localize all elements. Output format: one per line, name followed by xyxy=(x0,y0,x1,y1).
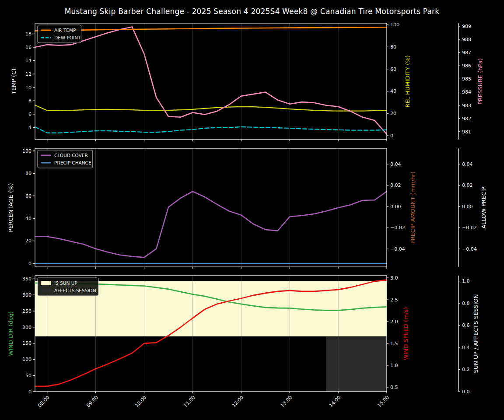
y-tick-label: 10 xyxy=(25,85,32,91)
y-tick-label: 0 xyxy=(28,389,32,395)
legend-label: AIR TEMP xyxy=(54,28,76,33)
y-tick-label: 986 xyxy=(462,63,471,69)
band-affects-session xyxy=(326,336,387,392)
legend-label: IS SUN UP xyxy=(54,280,77,286)
y-tick-label: 4 xyxy=(28,125,32,130)
panel-temperature-humidity-pressure: 4681012141618TEMP (C)020406080100REL HUM… xyxy=(10,22,483,141)
panel-wind-sun: 08:0009:0010:0011:0012:0013:0014:0015:00… xyxy=(7,275,479,409)
legend-swatch xyxy=(41,288,51,293)
y-tick-label: 18 xyxy=(25,31,32,37)
x-tick-label: 12:00 xyxy=(231,395,245,409)
legend-label: PRECIP CHANCE xyxy=(54,160,91,165)
y-tick-label: 6 xyxy=(28,112,32,117)
x-tick-label: 08:00 xyxy=(37,395,51,409)
series-air-temp xyxy=(35,27,387,31)
y-tick-label: 988 xyxy=(462,37,471,42)
y-tick-label: 100 xyxy=(390,22,399,28)
legend: AIR TEMPDEW POINT xyxy=(38,25,81,43)
legend-label: CLOUD COVER xyxy=(54,153,88,158)
x-tick-label: 13:00 xyxy=(280,395,294,409)
y-tick-label: 150 xyxy=(22,340,32,346)
y-tick-label: 1.5 xyxy=(390,341,398,346)
y-tick-label: −0.02 xyxy=(390,225,405,231)
y-tick-label: 982 xyxy=(462,116,471,122)
y-tick-label: 16 xyxy=(25,45,32,50)
y-tick-label: 80 xyxy=(25,171,32,176)
y-tick-label: 50 xyxy=(25,373,32,378)
y-tick-label: 0.04 xyxy=(390,161,401,167)
y-tick-label: 100 xyxy=(22,357,32,362)
y-tick-label: 3.0 xyxy=(390,275,398,281)
y-tick-label: 0 xyxy=(28,261,32,266)
x-tick-label: 14:00 xyxy=(328,395,342,409)
y-tick-label: −0.02 xyxy=(462,225,477,231)
y-tick-label: 250 xyxy=(22,308,32,314)
y-tick-label: 985 xyxy=(462,76,471,82)
y-axis-label-far-right: SUN UP / AFFECTS SESSION xyxy=(472,294,479,373)
legend: IS SUN UPAFFECTS SESSION xyxy=(38,278,98,296)
series-pressure xyxy=(35,27,387,134)
y-tick-label: 0.0 xyxy=(462,389,470,395)
x-tick-label: 10:00 xyxy=(134,395,148,409)
y-axis-label-far-right: PRESSURE (hPa) xyxy=(477,58,483,105)
y-tick-label: 0.00 xyxy=(390,204,401,210)
y-axis-label-left: WIND DIR (deg) xyxy=(7,311,14,356)
y-tick-label: 0.04 xyxy=(462,161,473,167)
y-tick-label: 40 xyxy=(25,216,32,221)
y-tick-label: 0.8 xyxy=(462,301,470,306)
y-axis-label-right: REL HUMIDITY (%) xyxy=(404,55,411,107)
legend-swatch xyxy=(41,281,51,285)
x-tick-label: 15:00 xyxy=(377,395,391,409)
y-tick-label: 984 xyxy=(462,89,471,95)
y-axis-label-left: TEMP (C) xyxy=(10,69,17,95)
y-tick-label: 987 xyxy=(462,50,471,56)
legend-label: AFFECTS SESSION xyxy=(54,288,96,293)
weather-forecast-window: Mustang Skip Barber Challenge - 2025 Sea… xyxy=(0,0,504,420)
y-tick-label: 1.0 xyxy=(462,278,470,284)
y-tick-label: 20 xyxy=(25,238,32,244)
panel-cloud-precипitation: 020406080100PERCENTAGE (%)0.040.020.00−0… xyxy=(7,148,487,269)
y-tick-label: 1.0 xyxy=(390,363,398,368)
legend: CLOUD COVERPRECIP CHANCE xyxy=(38,150,93,168)
y-tick-label: 100 xyxy=(22,148,32,154)
y-tick-label: 989 xyxy=(462,24,471,29)
y-tick-label: 0.2 xyxy=(462,367,470,372)
y-tick-label: 60 xyxy=(390,66,396,72)
y-tick-label: 2.0 xyxy=(390,319,398,325)
y-axis-label-right: WIND SPEED (m/s) xyxy=(402,307,409,360)
y-tick-label: 0 xyxy=(390,133,393,139)
y-axis-label-right: PRECIP AMOUNT (mm/hr) xyxy=(410,172,416,244)
y-tick-label: −0.04 xyxy=(390,246,405,252)
y-tick-label: 981 xyxy=(462,129,471,135)
y-tick-label: 80 xyxy=(390,44,396,50)
y-tick-label: 0.02 xyxy=(390,182,401,188)
y-tick-label: 0.4 xyxy=(462,345,470,350)
y-tick-label: −0.04 xyxy=(462,246,477,252)
legend-label: DEW POINT xyxy=(54,35,81,40)
y-tick-label: 12 xyxy=(25,71,32,77)
series-dew-point xyxy=(35,127,387,133)
x-tick-label: 11:00 xyxy=(182,395,196,409)
y-tick-label: 0.5 xyxy=(390,385,398,390)
x-tick-label: 09:00 xyxy=(85,395,99,409)
y-axis-label-left: PERCENTAGE (%) xyxy=(7,183,14,232)
y-tick-label: 0.00 xyxy=(462,204,473,210)
y-tick-label: 300 xyxy=(22,292,32,298)
y-tick-label: 200 xyxy=(22,325,32,330)
y-axis-label-far-right: ALLOW PRECIP xyxy=(480,186,487,228)
y-tick-label: 2.5 xyxy=(390,297,398,303)
y-tick-label: 0.6 xyxy=(462,322,470,328)
y-tick-label: 983 xyxy=(462,103,471,108)
y-tick-label: 60 xyxy=(25,193,32,199)
series-cloud-cover xyxy=(35,192,387,258)
plot-box xyxy=(35,23,387,140)
y-tick-label: 0.02 xyxy=(462,182,473,188)
y-tick-label: 350 xyxy=(22,276,32,282)
y-tick-label: 20 xyxy=(390,111,396,116)
y-tick-label: 40 xyxy=(390,88,396,94)
y-tick-label: 8 xyxy=(28,98,32,104)
y-tick-label: 14 xyxy=(25,58,32,63)
forecast-chart: 4681012141618TEMP (C)020406080100REL HUM… xyxy=(0,0,504,420)
